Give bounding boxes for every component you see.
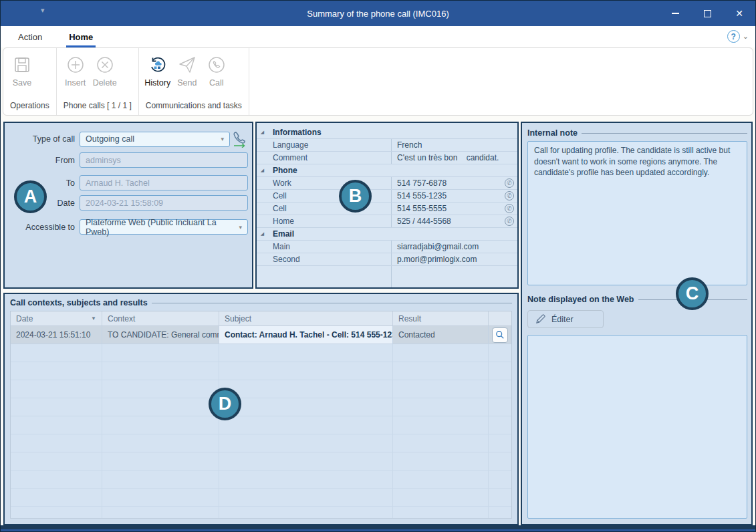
date-field: 2024-03-21 15:58:09	[80, 195, 248, 211]
ribbon-group-label: Operations	[3, 99, 56, 115]
column-header-actions	[489, 311, 511, 325]
web-note-header: Note displayed on the Web	[527, 295, 747, 304]
type-of-call-select[interactable]: Outgoing call ▾	[80, 132, 230, 147]
sort-arrow-icon: ▼	[91, 315, 96, 321]
call-contexts-panel: Call contexts, subjects and results Date…	[3, 293, 519, 525]
close-icon: ✕	[735, 8, 743, 19]
grid-row-phone-work[interactable]: Work 514 757-6878 ✆	[257, 177, 517, 190]
phone-icon[interactable]: ✆	[505, 204, 514, 213]
type-of-call-label: Type of call	[9, 134, 80, 144]
letter-badge-c: C	[676, 277, 709, 310]
search-icon	[495, 330, 505, 340]
table-header: Date ▼ Context Subject Result	[11, 311, 511, 326]
minimize-button[interactable]	[659, 1, 691, 26]
expand-triangle-icon: ◢	[257, 164, 268, 176]
ribbon-group-operations: Save Operations	[3, 48, 57, 115]
grid-row-email-second[interactable]: Second p.mori@primlogix.com	[257, 253, 517, 266]
tab-action[interactable]: Action	[15, 28, 45, 47]
grid-row-language[interactable]: Language French	[257, 139, 517, 152]
expand-triangle-icon: ◢	[257, 126, 268, 138]
column-header-date[interactable]: Date ▼	[11, 311, 102, 325]
ribbon-group-label: Phone calls [ 1 / 1 ]	[57, 99, 138, 115]
letter-badge-b: B	[339, 180, 372, 213]
save-icon	[12, 55, 32, 75]
dropdown-arrow-icon: ▾	[221, 136, 224, 142]
grid-empty-area	[257, 266, 517, 287]
column-header-result[interactable]: Result	[393, 311, 489, 325]
send-icon	[177, 55, 197, 75]
table-row[interactable]: 2024-03-21 15:51:10 TO CANDIDATE: Genera…	[11, 326, 511, 344]
chevron-down-icon[interactable]: ⌄	[743, 32, 749, 41]
insert-button[interactable]: Insert	[62, 55, 89, 88]
group-header-informations[interactable]: ◢ Informations	[257, 126, 517, 139]
delete-icon	[95, 55, 115, 75]
maximize-button[interactable]	[691, 1, 723, 26]
phone-icon[interactable]: ✆	[505, 191, 514, 201]
to-field: Arnaud H. Tachel	[80, 175, 248, 190]
letter-badge-d: D	[209, 388, 241, 420]
search-button[interactable]	[492, 327, 508, 343]
ribbon-group-communications: History Send Call Communic	[139, 48, 249, 115]
close-button[interactable]: ✕	[723, 1, 755, 26]
grid-row-phone-cell1[interactable]: Cell 514 555-1235 ✆	[257, 190, 517, 203]
call-contexts-header: Call contexts, subjects and results	[10, 298, 512, 307]
delete-button[interactable]: Delete	[92, 55, 118, 88]
phone-icon[interactable]: ✆	[505, 217, 514, 226]
grid-row-comment[interactable]: Comment C'est un très bon candidat.	[257, 152, 517, 164]
letter-badge-a: A	[14, 180, 47, 213]
table-empty-rows	[11, 344, 511, 518]
phone-call-summary-window: ▾ Summary of the phone call (IMC016) ✕ A…	[0, 0, 756, 532]
help-icon[interactable]: ?	[727, 30, 740, 43]
grid-row-phone-home[interactable]: Home 525 / 444-5568 ✆	[257, 215, 517, 228]
notes-panel: Internal note Call for updating profile.…	[521, 122, 753, 525]
pencil-icon	[535, 314, 545, 324]
history-button[interactable]: History	[144, 55, 171, 88]
call-contexts-table: Date ▼ Context Subject Result 2024-03-21…	[10, 311, 512, 519]
send-button[interactable]: Send	[174, 55, 201, 88]
expand-triangle-icon: ◢	[257, 228, 268, 240]
contact-info-grid: ◢ Informations Language French Comment C…	[255, 122, 519, 289]
from-field: adminsys	[80, 152, 248, 168]
ribbon-group-phone-calls: Insert Delete Phone calls [ 1 / 1 ]	[57, 48, 139, 115]
grid-row-email-main[interactable]: Main siarradjabi@gmail.com	[257, 241, 517, 253]
ribbon: Save Operations Insert	[3, 47, 753, 116]
minimize-icon	[672, 13, 679, 14]
call-icon	[207, 55, 227, 75]
edit-web-note-button[interactable]: Éditer	[527, 310, 604, 328]
accessible-to-select[interactable]: Plateforme Web (Public Incluant La Pweb)…	[80, 219, 248, 235]
grid-row-phone-cell2[interactable]: Cell 514 555-5555 ✆	[257, 203, 517, 215]
web-note-textarea[interactable]	[527, 335, 747, 519]
dropdown-arrow-icon: ▾	[239, 224, 242, 231]
internal-note-header: Internal note	[527, 128, 747, 138]
title-bar: ▾ Summary of the phone call (IMC016) ✕	[1, 1, 755, 26]
column-header-subject[interactable]: Subject	[219, 311, 393, 325]
phone-icon[interactable]: ✆	[505, 178, 514, 188]
tab-home[interactable]: Home	[66, 28, 96, 47]
maximize-icon	[704, 10, 711, 17]
from-label: From	[9, 156, 80, 165]
call-button[interactable]: Call	[203, 55, 230, 88]
insert-icon	[66, 55, 86, 75]
window-title: Summary of the phone call (IMC016)	[1, 9, 755, 19]
ribbon-group-label: Communications and tasks	[139, 99, 249, 115]
group-header-email[interactable]: ◢ Email	[257, 228, 517, 241]
window-bottom-edge	[1, 525, 755, 531]
outgoing-call-icon	[230, 130, 250, 148]
menu-bar: Action Home ? ⌄	[1, 26, 755, 47]
column-header-context[interactable]: Context	[102, 311, 219, 325]
divider	[152, 303, 512, 303]
accessible-to-label: Accessible to	[9, 223, 80, 232]
internal-note-textarea[interactable]: Call for updating profile. The candidate…	[527, 141, 747, 285]
divider	[582, 133, 747, 134]
history-icon	[148, 55, 168, 75]
group-header-phone[interactable]: ◢ Phone	[257, 164, 517, 177]
save-button[interactable]: Save	[9, 55, 35, 88]
